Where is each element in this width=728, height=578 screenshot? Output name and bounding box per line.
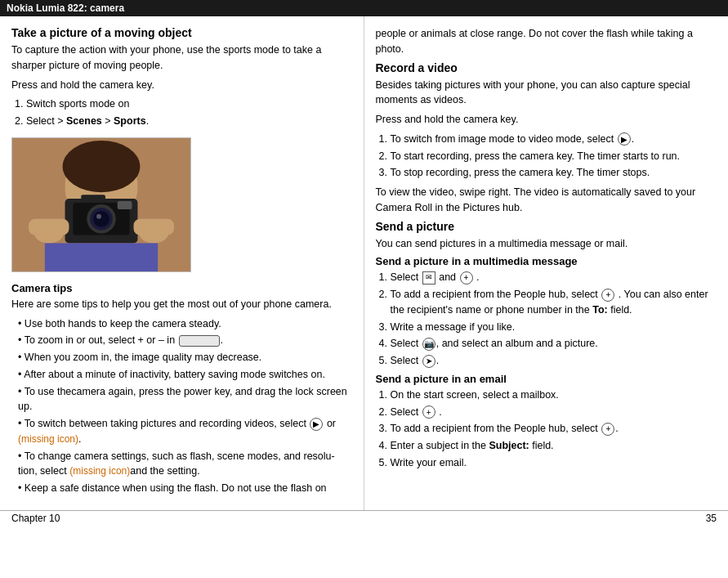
people-icon-2: +: [601, 423, 614, 436]
list-item: Enter a subject in the Subject: field.: [391, 438, 717, 454]
list-item: To stop recording, press the camera key.…: [391, 165, 717, 181]
camera-image: [11, 137, 191, 272]
list-item: To switch from image mode to video mode,…: [391, 132, 717, 147]
section6-steps: On the start screen, select a mailbox. S…: [391, 388, 717, 471]
list-item: Select + .: [391, 405, 717, 420]
section5-steps: Select ✉ and + . To add a recipient from…: [391, 270, 717, 369]
list-item: Write your email.: [391, 455, 717, 471]
list-item: Switch sports mode on: [26, 96, 352, 112]
section3-heading: Record a video: [376, 61, 717, 74]
list-item: To switch between taking pictures and re…: [11, 416, 352, 447]
left-column: Take a picture of a moving object To cap…: [0, 16, 364, 510]
zoom-control-icon: [179, 335, 220, 347]
section4-heading: Send a picture: [376, 220, 717, 233]
section1-para2: Press and hold the camera key.: [11, 78, 352, 93]
section1-heading: Take a picture of a moving object: [11, 26, 352, 39]
list-item: To add a recipient from the People hub, …: [391, 287, 717, 318]
list-item: Select > Scenes > Sports.: [26, 114, 352, 129]
camera-switch-icon: ▶: [310, 418, 323, 431]
section5-heading: Send a picture in a multimedia message: [376, 255, 717, 267]
list-item: To start recording, press the camera key…: [391, 149, 717, 164]
list-item: Keep a safe distance when using the flas…: [11, 481, 352, 496]
list-item: To zoom in or out, select + or – in .: [11, 333, 352, 348]
section6-heading: Send a picture in an email: [376, 373, 717, 385]
chapter-label: Chapter 10: [11, 513, 60, 524]
section3-para3: To view the video, swipe right. The vide…: [376, 185, 717, 216]
svg-point-8: [93, 211, 109, 227]
section2-intro: Here are some tips to help you get the m…: [11, 297, 352, 312]
missing-icon-2: (missing icon): [69, 465, 130, 477]
list-item: To change camera settings, such as flash…: [11, 449, 352, 480]
people-icon: +: [601, 289, 614, 302]
list-item: Use both hands to keep the camera steady…: [11, 316, 352, 332]
section2-heading: Camera tips: [11, 282, 352, 294]
list-item: Select 📷, and select an album and a pict…: [391, 336, 717, 352]
add-icon: +: [460, 271, 473, 285]
video-mode-icon: ▶: [618, 132, 631, 146]
add-icon-2: +: [422, 405, 435, 419]
svg-rect-11: [81, 195, 105, 203]
svg-rect-16: [45, 243, 158, 271]
top-bar-title: Nokia Lumia 822: camera: [7, 2, 124, 14]
missing-icon-1: (missing icon): [18, 433, 78, 445]
section3-para2: Press and hold the camera key.: [376, 112, 717, 128]
list-item: Write a message if you like.: [391, 320, 717, 335]
album-icon: 📷: [422, 338, 435, 351]
section3-cont: people or animals at close range. Do not…: [376, 26, 717, 57]
list-item: After about a minute of inactivity, batt…: [11, 367, 352, 383]
top-bar: Nokia Lumia 822: camera: [0, 0, 728, 16]
right-column: people or animals at close range. Do not…: [364, 16, 729, 510]
list-item: On the start screen, select a mailbox.: [391, 388, 717, 403]
section1-para1: To capture the action with your phone, u…: [11, 43, 352, 74]
page-number: 35: [706, 513, 717, 524]
svg-point-15: [139, 223, 168, 243]
list-item: Select ✉ and + .: [391, 270, 717, 285]
svg-point-14: [34, 223, 64, 243]
list-item: To use thecamera again, press the power …: [11, 384, 352, 415]
section3-steps: To switch from image mode to video mode,…: [391, 132, 717, 181]
section4-para1: You can send pictures in a multimedia me…: [376, 236, 717, 252]
svg-rect-10: [118, 201, 132, 209]
list-item: To add a recipient from the People hub, …: [391, 421, 717, 437]
list-item: Select ➤.: [391, 353, 717, 369]
section3-para1: Besides taking pictures with your phone,…: [376, 78, 717, 109]
envelope-icon: ✉: [422, 271, 435, 285]
bottom-bar: Chapter 10 35: [0, 510, 728, 526]
section1-steps: Switch sports mode on Select > Scenes > …: [26, 96, 352, 129]
svg-point-3: [63, 141, 141, 192]
svg-point-9: [96, 214, 101, 219]
list-item: When you zoom in, the image quality may …: [11, 350, 352, 365]
send-icon: ➤: [422, 355, 435, 368]
camera-tips-list: Use both hands to keep the camera steady…: [11, 316, 352, 496]
